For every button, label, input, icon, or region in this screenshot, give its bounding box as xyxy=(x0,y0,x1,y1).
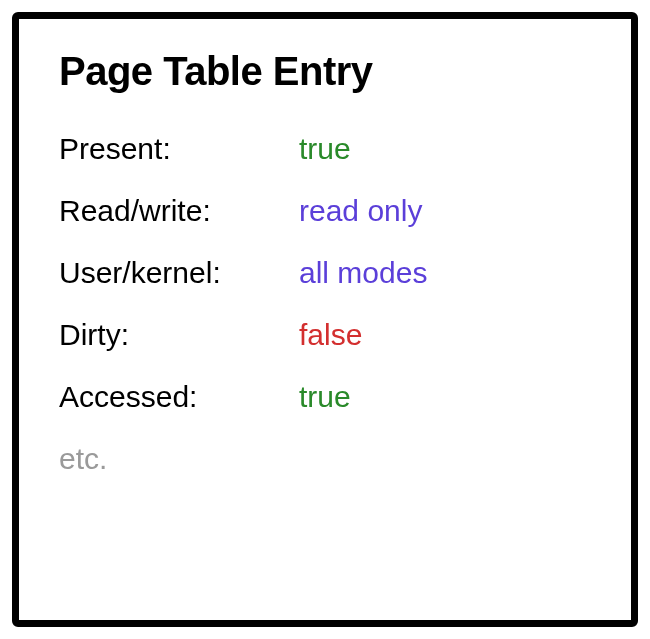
entry-value: true xyxy=(299,132,591,166)
page-table-entry-card: Page Table Entry Present: true Read/writ… xyxy=(12,12,638,627)
entry-value: true xyxy=(299,380,591,414)
entry-label: Dirty: xyxy=(59,318,289,352)
entry-value: all modes xyxy=(299,256,591,290)
footer-text: etc. xyxy=(59,442,591,476)
card-title: Page Table Entry xyxy=(59,49,591,94)
entry-label: Read/write: xyxy=(59,194,289,228)
entries-grid: Present: true Read/write: read only User… xyxy=(59,132,591,414)
entry-label: Accessed: xyxy=(59,380,289,414)
entry-value: read only xyxy=(299,194,591,228)
entry-value: false xyxy=(299,318,591,352)
entry-label: Present: xyxy=(59,132,289,166)
entry-label: User/kernel: xyxy=(59,256,289,290)
